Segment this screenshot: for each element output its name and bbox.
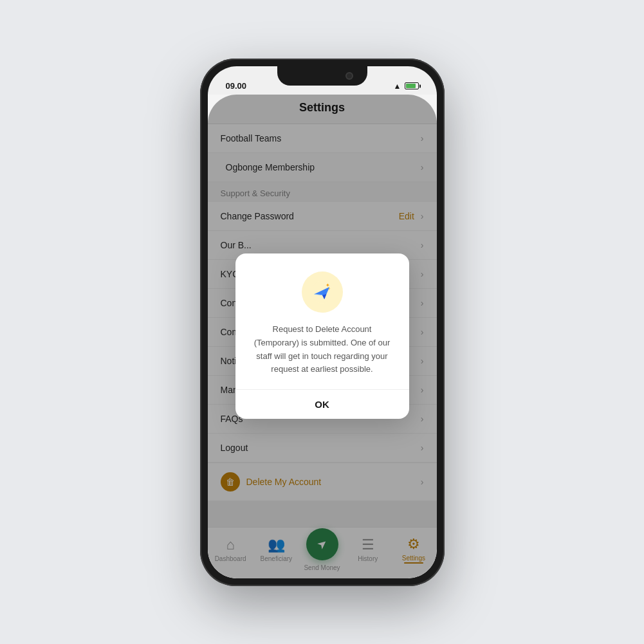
wifi-icon: ▲ — [394, 82, 401, 91]
phone-screen: 09.00 ▲ Settings Football Teams › — [208, 66, 437, 578]
phone-frame: 09.00 ▲ Settings Football Teams › — [200, 59, 445, 586]
battery-icon — [405, 82, 419, 89]
modal-overlay: ✦ ✦ Request to Delete Account (Temporary… — [208, 95, 437, 578]
notch — [277, 66, 367, 86]
modal-ok-button[interactable]: OK — [251, 390, 394, 419]
paper-plane-icon: ✦ ✦ — [310, 280, 335, 304]
screen-content: Settings Football Teams › Ogbonge Member… — [208, 95, 437, 578]
modal-icon-circle: ✦ ✦ — [302, 271, 343, 313]
status-icons: ▲ — [394, 82, 419, 91]
status-time: 09.00 — [226, 81, 247, 91]
battery-fill — [406, 84, 416, 88]
camera — [345, 72, 353, 80]
modal-icon-area: ✦ ✦ — [251, 271, 394, 313]
modal-card: ✦ ✦ Request to Delete Account (Temporary… — [235, 253, 409, 419]
modal-message: Request to Delete Account (Temporary) is… — [251, 323, 394, 376]
